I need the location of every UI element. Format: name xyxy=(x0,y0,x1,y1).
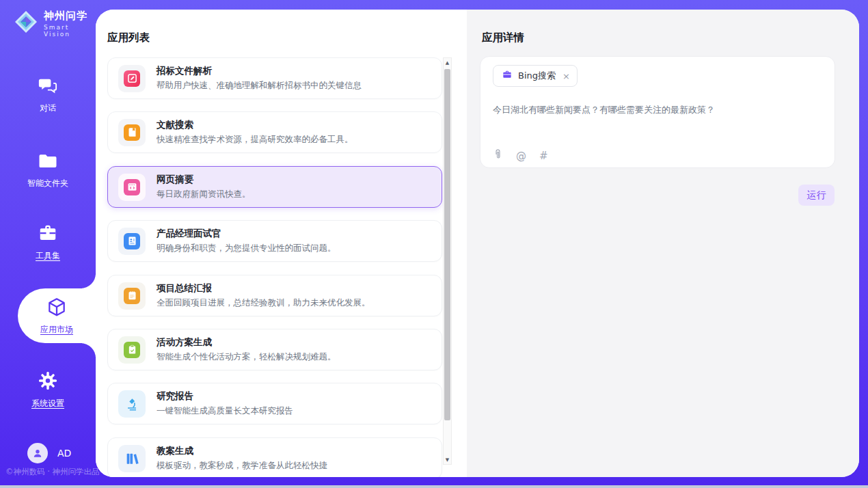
app-card-description: 快速精准查找学术资源，提高研究效率的必备工具。 xyxy=(157,134,353,146)
app-card-literature-search[interactable]: 文献搜索 快速精准查找学术资源，提高研究效率的必备工具。 xyxy=(107,111,442,153)
logo-subtitle: Smart Vision xyxy=(44,24,96,38)
toolbox-icon xyxy=(38,223,58,246)
pen-edit-icon xyxy=(118,65,146,92)
app-card-description: 每日政府新闻资讯快查。 xyxy=(157,189,251,200)
app-card-title: 活动方案生成 xyxy=(157,336,336,349)
app-card-title: 产品经理面试官 xyxy=(157,228,336,240)
sidebar-item-label: 对话 xyxy=(40,103,56,114)
diamond-logo-icon xyxy=(12,8,40,38)
app-detail-panel: 应用详情 Bing搜索 × 今日湖北有哪些新闻要点？有哪些需要关注的最新政策？ … xyxy=(467,10,859,477)
app-card-title: 网页摘要 xyxy=(157,174,251,186)
book-icon xyxy=(118,119,146,146)
app-card-web-summary[interactable]: 网页摘要 每日政府新闻资讯快查。 xyxy=(107,166,442,208)
paperclip-icon[interactable] xyxy=(493,148,503,163)
chat-icon xyxy=(38,75,58,98)
sidebar-item-label: 系统设置 xyxy=(31,398,64,409)
scrollbar[interactable]: ▲ ▼ xyxy=(443,57,452,465)
sidebar-item-app-market[interactable]: 应用市场 xyxy=(18,288,96,343)
tool-tag-close-icon[interactable]: × xyxy=(561,71,570,81)
app-card-research-report[interactable]: 研究报告 一键智能生成高质量长文本研究报告 xyxy=(107,383,442,424)
copyright-footer: ©神州数码 · 神州问学出品 xyxy=(5,467,99,477)
tool-tag-bing-search[interactable]: Bing搜索 × xyxy=(493,65,578,87)
logo-title: 神州问学 xyxy=(44,10,96,23)
sidebar-item-settings[interactable]: 系统设置 xyxy=(0,370,96,409)
sidebar-item-label: 工具集 xyxy=(36,250,60,262)
sidebar-item-toolset[interactable]: 工具集 xyxy=(0,223,96,262)
tool-tag-label: Bing搜索 xyxy=(518,70,556,82)
at-mention-icon[interactable]: @ xyxy=(516,150,526,162)
app-card-description: 一键智能生成高质量长文本研究报告 xyxy=(157,405,293,417)
app-card-title: 文献搜索 xyxy=(157,119,353,131)
main-content: 应用列表 招标文件解析 帮助用户快速、准确地理解和解析招标书中的关键信息 xyxy=(96,10,859,477)
books-icon xyxy=(118,445,146,472)
query-input[interactable]: 今日湖北有哪些新闻要点？有哪些需要关注的最新政策？ xyxy=(493,103,821,117)
sidebar-item-chat[interactable]: 对话 xyxy=(0,75,96,114)
app-card-event-plan[interactable]: 活动方案生成 智能生成个性化活动方案，轻松解决规划难题。 xyxy=(107,329,442,370)
app-card-description: 智能生成个性化活动方案，轻松解决规划难题。 xyxy=(157,351,336,363)
scrollbar-up-button[interactable]: ▲ xyxy=(444,58,451,67)
cube-icon xyxy=(46,297,68,321)
app-list-panel: 应用列表 招标文件解析 帮助用户快速、准确地理解和解析招标书中的关键信息 xyxy=(96,10,467,477)
avatar xyxy=(27,443,48,463)
app-card-description: 模板驱动，教案秒成，教学准备从此轻松快捷 xyxy=(157,460,327,472)
browser-code-icon xyxy=(118,174,146,201)
window-bottom-edge xyxy=(0,485,868,488)
app-card-description: 帮助用户快速、准确地理解和解析招标书中的关键信息 xyxy=(157,80,362,92)
app-card-title: 项目总结汇报 xyxy=(157,282,370,295)
app-card-lesson-plan[interactable]: 教案生成 模板驱动，教案秒成，教学准备从此轻松快捷 xyxy=(107,437,442,477)
app-list-title: 应用列表 xyxy=(107,31,150,45)
gear-icon xyxy=(38,370,58,394)
app-card-bid-parse[interactable]: 招标文件解析 帮助用户快速、准确地理解和解析招标书中的关键信息 xyxy=(107,57,442,99)
resume-icon xyxy=(118,228,146,255)
app-card-description: 明确身份和职责，为您提供专业性的面试问题。 xyxy=(157,243,336,254)
briefcase-icon xyxy=(502,69,513,83)
run-button[interactable]: 运行 xyxy=(798,185,835,206)
app-card-title: 招标文件解析 xyxy=(157,65,362,77)
notepad-icon xyxy=(118,282,146,310)
app-card-title: 研究报告 xyxy=(157,390,293,403)
user-account[interactable]: AD xyxy=(27,443,71,463)
scrollbar-down-button[interactable]: ▼ xyxy=(444,455,451,464)
hash-topic-icon[interactable]: # xyxy=(539,150,548,162)
app-detail-card: Bing搜索 × 今日湖北有哪些新闻要点？有哪些需要关注的最新政策？ @ # xyxy=(480,56,835,168)
sidebar-item-label: 应用市场 xyxy=(40,324,73,336)
app-card-title: 教案生成 xyxy=(157,445,327,457)
folder-icon xyxy=(38,150,58,174)
app-detail-title: 应用详情 xyxy=(482,31,524,45)
user-initials: AD xyxy=(57,448,71,459)
microscope-icon xyxy=(118,390,146,418)
scrollbar-thumb[interactable] xyxy=(444,69,450,420)
app-card-project-summary[interactable]: 项目总结汇报 全面回顾项目进展，总结经验教训，助力未来优化发展。 xyxy=(107,275,442,316)
sidebar-item-smart-folder[interactable]: 智能文件夹 xyxy=(0,150,96,189)
input-toolbar: @ # xyxy=(493,148,548,163)
sidebar-item-label: 智能文件夹 xyxy=(27,178,68,189)
sidebar: 神州问学 Smart Vision 对话 智能文件夹 工具集 xyxy=(0,0,96,488)
app-card-pm-interviewer[interactable]: 产品经理面试官 明确身份和职责，为您提供专业性的面试问题。 xyxy=(107,220,442,262)
clipboard-check-icon xyxy=(118,336,146,364)
app-card-description: 全面回顾项目进展，总结经验教训，助力未来优化发展。 xyxy=(157,297,370,309)
app-logo: 神州问学 Smart Vision xyxy=(12,8,96,38)
